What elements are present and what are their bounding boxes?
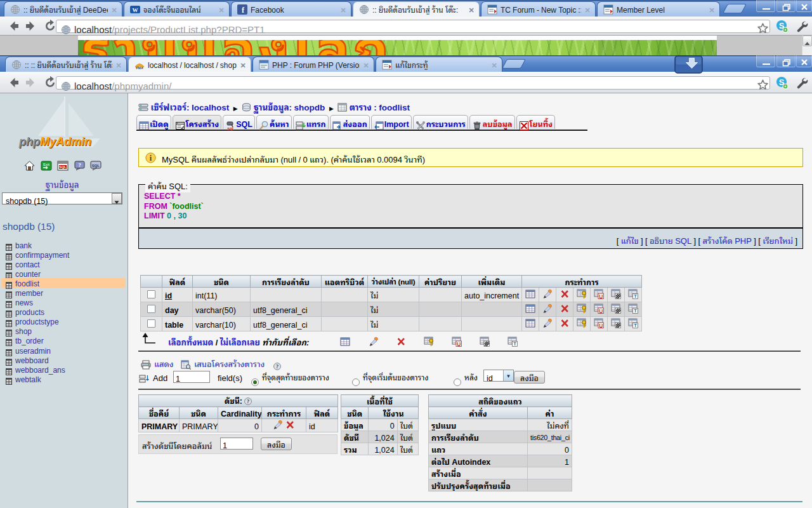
svg-text:sql: sql — [228, 126, 234, 131]
svg-text:?: ? — [78, 162, 81, 168]
svg-text:T: T — [634, 308, 637, 314]
svg-text:T: T — [513, 341, 516, 347]
svg-text:U: U — [599, 293, 603, 299]
svg-text:W: W — [133, 7, 138, 13]
svg-text:T: T — [634, 323, 637, 328]
svg-text:U: U — [599, 323, 603, 328]
svg-text:Exit: Exit — [43, 163, 49, 166]
svg-text:SQL: SQL — [92, 164, 100, 168]
svg-text:U: U — [457, 341, 461, 347]
svg-text:U: U — [599, 308, 603, 314]
svg-text:SQL: SQL — [59, 165, 67, 169]
svg-text:PMA: PMA — [136, 66, 143, 70]
svg-text:T: T — [634, 293, 637, 299]
svg-text:?: ? — [276, 363, 279, 370]
svg-text:?: ? — [247, 398, 250, 404]
